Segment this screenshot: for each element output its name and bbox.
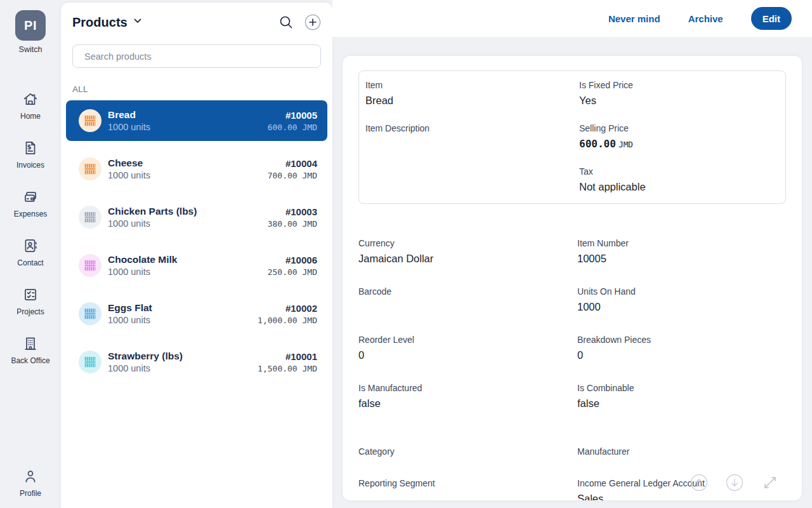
field-breakdown-pieces: Breakdown Pieces 0 [577,335,787,366]
sidebar-item-label: Expenses [14,210,48,218]
product-number: #10006 [285,255,317,265]
barcode-avatar [79,351,102,373]
product-units: 1000 units [108,170,150,180]
field-barcode: Barcode [358,286,577,318]
sidebar-item-label: Back Office [11,356,49,365]
sidebar-item-back-office[interactable]: Back Office [11,335,49,365]
item-value: Bread [365,95,566,107]
is-fixed-price-label: Is Fixed Price [579,80,779,90]
field-manufacturer: Manufacturer [577,446,787,461]
page-title: Products [72,15,128,30]
product-number: #10001 [285,351,317,362]
product-number: #10004 [285,158,317,169]
product-list-item-bread[interactable]: Bread1000 units #10005600.00 JMD [66,100,327,141]
field-reorder-level: Reorder Level 0 [358,335,577,366]
product-list-item-chicken-parts[interactable]: Chicken Parts (lbs)1000 units #10003380.… [66,197,327,237]
tax-label: Tax [579,166,779,177]
checklist-icon [22,286,39,305]
sidebar-item-profile[interactable]: Profile [0,468,61,498]
home-icon [22,91,39,110]
sidebar-item-label: Contact [17,258,43,267]
detail-fields-grid: Currency Jamaican Dollar Item Number 100… [358,238,787,500]
sidebar-item-home[interactable]: Home [20,91,41,121]
product-list-item-cheese[interactable]: Cheese1000 units #10004700.00 JMD [66,149,327,189]
app-window: PI Switch Home Invoices Expenses Contact [0,0,812,508]
person-icon [22,468,39,487]
field-currency: Currency Jamaican Dollar [358,238,577,269]
product-price: 250.00 JMD [268,267,317,277]
plus-circle-icon[interactable] [304,14,321,30]
invoice-icon [22,140,39,159]
action-bar: Never mind Archive Edit [332,0,812,37]
item-description-label: Item Description [365,123,566,133]
product-units: 1000 units [108,315,152,325]
panel-scroll-controls [690,474,779,491]
product-number: #10003 [285,206,317,217]
barcode-avatar [79,206,102,229]
field-reporting-segment: Reporting Segment [358,478,577,500]
item-summary-card: Item Bread Item Description Is Fixed Pri… [358,70,786,204]
sidebar-item-invoices[interactable]: Invoices [16,140,44,170]
sidebar-item-contact[interactable]: Contact [17,237,43,267]
field-category: Category [358,446,577,461]
expand-icon[interactable] [761,474,779,491]
products-list-panel: Products ALL Bread1000 units #10005600.0… [61,3,332,508]
search-icon[interactable] [278,14,294,30]
selling-price-currency: JMD [619,140,633,149]
product-units: 1000 units [108,218,197,229]
left-nav-rail: PI Switch Home Invoices Expenses Contact [0,0,61,508]
address-book-icon [22,237,39,257]
switch-company-button[interactable]: PI Switch [15,10,46,54]
product-name: Bread [108,109,150,121]
barcode-avatar [79,157,102,180]
product-price: 1,000.00 JMD [258,316,317,325]
never-mind-button[interactable]: Never mind [608,13,660,24]
product-list-item-eggs-flat[interactable]: Eggs Flat1000 units #100021,000.00 JMD [66,293,327,334]
product-list-item-strawberry[interactable]: Strawberry (lbs)1000 units #100011,500.0… [66,342,327,382]
edit-button[interactable]: Edit [751,7,792,30]
products-title-dropdown[interactable]: Products [72,15,143,30]
tax-value: Not applicable [579,181,779,193]
field-units-on-hand: Units On Hand 1000 [577,286,787,318]
product-name: Strawberry (lbs) [108,351,183,362]
product-detail-region: Never mind Archive Edit Item Bread Item … [332,0,812,508]
is-fixed-price-value: Yes [579,95,779,107]
product-number: #10002 [285,303,317,314]
credit-cards-icon [22,189,39,208]
field-item-number: Item Number 10005 [577,238,787,269]
search-input[interactable] [72,44,321,68]
product-list: Bread1000 units #10005600.00 JMD Cheese1… [61,100,332,382]
product-number: #10005 [285,110,317,121]
product-units: 1000 units [108,267,177,277]
product-units: 1000 units [108,363,183,373]
product-price: 700.00 JMD [268,171,317,180]
product-detail-panel: Item Bread Item Description Is Fixed Pri… [343,56,802,500]
scroll-up-icon[interactable] [690,474,708,491]
product-name: Eggs Flat [108,302,152,314]
sidebar-item-label: Invoices [16,161,44,170]
product-name: Chocolate Milk [108,254,177,265]
scroll-down-icon[interactable] [726,474,743,491]
product-name: Chicken Parts (lbs) [108,206,197,217]
switch-label: Switch [19,45,43,54]
product-list-item-chocolate-milk[interactable]: Chocolate Milk1000 units #10006250.00 JM… [66,245,327,286]
product-name: Cheese [108,157,150,169]
sidebar-item-label: Home [20,112,41,121]
building-icon [22,335,39,354]
sidebar-item-projects[interactable]: Projects [16,286,44,316]
barcode-avatar [79,254,102,277]
group-label: ALL [72,84,321,94]
archive-button[interactable]: Archive [688,13,723,24]
field-is-manufactured: Is Manufactured false [358,383,577,414]
item-label: Item [365,80,566,90]
barcode-avatar [79,109,102,132]
field-is-combinable: Is Combinable false [577,383,787,414]
product-price: 600.00 JMD [268,123,317,132]
product-units: 1000 units [108,122,150,132]
sidebar-item-label: Profile [20,489,41,498]
sidebar-item-expenses[interactable]: Expenses [14,189,48,218]
barcode-avatar [79,302,102,325]
selling-price-value: 600.00 [579,138,616,150]
chevron-down-icon [133,16,143,29]
product-price: 1,500.00 JMD [258,364,317,373]
